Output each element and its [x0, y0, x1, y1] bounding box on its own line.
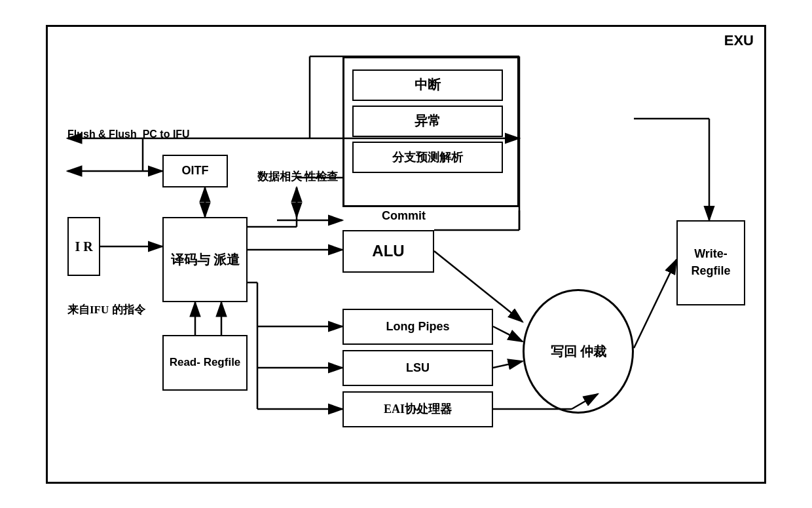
zhongduan-box: 中断	[352, 69, 503, 101]
svg-line-23	[634, 260, 676, 348]
data-check-label: 数据相关 性检查	[257, 170, 338, 184]
oitf-box: OITF	[162, 155, 228, 187]
writeback-circle: 写回 仲裁	[523, 289, 634, 414]
ifu-cmd-label: 来自IFU 的指令	[67, 302, 145, 318]
yichang-box: 异常	[352, 106, 503, 137]
decode-box: 译码与 派遣	[162, 217, 248, 302]
writeback-text: 写回 仲裁	[551, 342, 606, 361]
lsu-box: LSU	[342, 350, 493, 386]
commit-label: Commit	[382, 209, 426, 223]
svg-line-20	[493, 361, 523, 368]
flush-label: Flush & Flush_PC to IFU	[67, 128, 190, 140]
alu-box: ALU	[342, 230, 434, 273]
ir-box: I R	[67, 217, 100, 276]
branch-box: 分支预测解析	[352, 142, 503, 173]
exu-label: EXU	[724, 32, 754, 49]
diagram-container: EXU Flush & Flush_PC to IFU Commit 数据相关 …	[46, 25, 766, 484]
svg-line-19	[493, 326, 523, 342]
eai-box: EAI协处理器	[342, 391, 493, 427]
longpipes-box: Long Pipes	[342, 309, 493, 345]
readreg-box: Read- Regfile	[162, 335, 248, 391]
writereg-box: Write- Regfile	[676, 220, 745, 305]
